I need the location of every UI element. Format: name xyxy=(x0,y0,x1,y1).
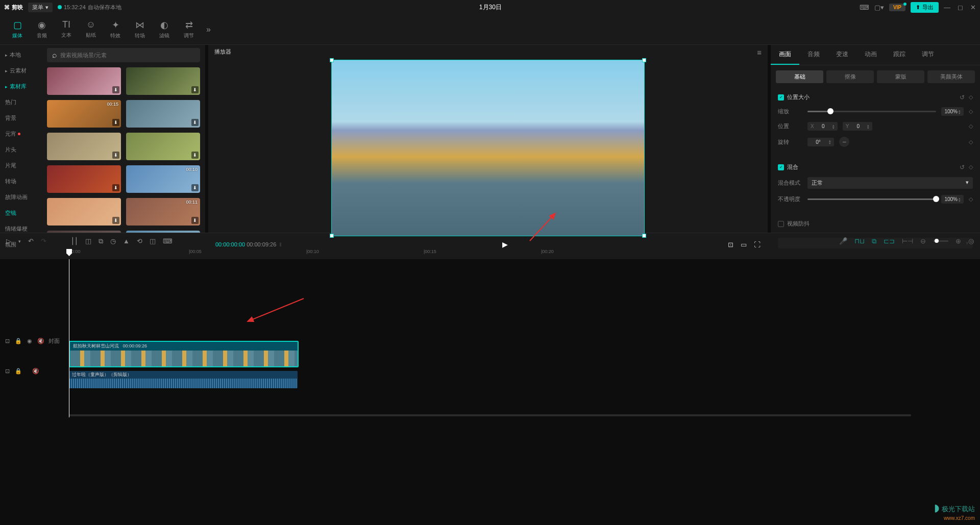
prop-subtab-美颜美体[interactable]: 美颜美体 xyxy=(927,70,975,83)
category-素材库[interactable]: 素材库 xyxy=(0,79,42,94)
download-icon[interactable]: ⬇ xyxy=(112,152,119,159)
timeline-ruler[interactable]: 00:00 |00:05 |00:10 |00:15 |00:20 xyxy=(0,249,980,259)
media-thumbnail[interactable]: ⬇ xyxy=(47,198,121,226)
mute-icon[interactable]: 🔇 xyxy=(32,368,39,374)
track-settings-icon[interactable]: ⊡ xyxy=(5,338,10,344)
media-thumbnail[interactable]: ⬇ xyxy=(47,67,121,95)
export-button[interactable]: ⬆ 导出 xyxy=(911,2,939,13)
category-背景[interactable]: 背景 xyxy=(0,110,42,126)
maximize-icon[interactable]: ◻ xyxy=(958,4,963,11)
focus-icon[interactable]: ⊡ xyxy=(728,241,733,248)
menu-button[interactable]: 菜单 ▾ xyxy=(28,3,53,12)
prop-tab-画面[interactable]: 画面 xyxy=(771,45,799,65)
reset-icon[interactable]: ↺ xyxy=(960,164,965,171)
close-icon[interactable]: ✕ xyxy=(970,4,976,11)
lock-icon[interactable]: 🔒 xyxy=(15,368,22,374)
toolbar-滤镜[interactable]: ◐滤镜 xyxy=(152,16,177,42)
prop-subtab-抠像[interactable]: 抠像 xyxy=(826,70,874,83)
timeline-scrollbar[interactable] xyxy=(0,413,980,417)
position-y-input[interactable]: Y 0 ▴▾ xyxy=(843,122,873,131)
category-空镜[interactable]: 空镜 xyxy=(0,205,42,221)
category-片尾[interactable]: 片尾 xyxy=(0,158,42,173)
handle-br[interactable] xyxy=(642,234,646,238)
media-thumbnail[interactable]: 00:11⬇ xyxy=(126,198,200,226)
split-icon[interactable]: ⎮⎮ xyxy=(71,237,78,245)
toolbar-贴纸[interactable]: ☺贴纸 xyxy=(79,16,103,42)
cover-label[interactable]: 封面 xyxy=(48,337,69,345)
zoom-slider[interactable] xyxy=(933,240,948,242)
media-thumbnail[interactable]: ⬇ xyxy=(126,133,200,160)
playhead[interactable] xyxy=(69,259,69,417)
handle-tr[interactable] xyxy=(642,58,646,62)
more-tools-icon[interactable]: » xyxy=(201,25,216,34)
toolbar-媒体[interactable]: ▢媒体 xyxy=(5,16,30,42)
media-thumbnail[interactable]: ⬇ xyxy=(47,165,121,193)
layout-icon[interactable]: ▢▾ xyxy=(874,4,884,11)
preview-canvas[interactable] xyxy=(208,60,768,236)
toolbar-调节[interactable]: ⇄调节 xyxy=(177,16,201,42)
toolbar-转场[interactable]: ⋈转场 xyxy=(128,16,152,42)
media-thumbnail[interactable]: ⬇ xyxy=(47,133,121,160)
blend-mode-select[interactable]: 正常 ▾ xyxy=(807,177,973,189)
keyframe-icon[interactable]: ◇ xyxy=(969,164,973,171)
prop-tab-音频[interactable]: 音频 xyxy=(799,45,828,65)
download-icon[interactable]: ⬇ xyxy=(191,119,199,126)
vip-badge[interactable]: VIP xyxy=(889,4,905,11)
handle-bl[interactable] xyxy=(330,234,334,238)
snapshot-icon[interactable]: ⌨ xyxy=(163,237,173,245)
prop-subtab-蒙版[interactable]: 蒙版 xyxy=(877,70,924,83)
category-热门[interactable]: 热门 xyxy=(0,94,42,110)
download-icon[interactable]: ⬇ xyxy=(112,184,119,191)
mute-icon[interactable]: 🔇 xyxy=(37,338,44,344)
track-settings-icon[interactable]: ⊡ xyxy=(5,368,10,374)
category-云素材[interactable]: 云素材 xyxy=(0,63,42,79)
prop-tab-动画[interactable]: 动画 xyxy=(856,45,885,65)
rotation-keyframe[interactable]: ◇ xyxy=(969,139,973,145)
position-keyframe[interactable]: ◇ xyxy=(969,123,973,130)
delete-right-icon[interactable]: ⧉ xyxy=(99,237,103,245)
preview-frame[interactable] xyxy=(331,60,645,236)
scale-slider[interactable] xyxy=(807,111,936,112)
opacity-keyframe[interactable]: ◇ xyxy=(969,196,973,203)
ratio-icon[interactable]: ▭ xyxy=(741,241,747,248)
prop-tab-变速[interactable]: 变速 xyxy=(828,45,856,65)
category-片头[interactable]: 片头 xyxy=(0,142,42,158)
prop-subtab-基础[interactable]: 基础 xyxy=(776,70,823,83)
rotation-input[interactable]: 0° ▴▾ xyxy=(807,138,834,146)
media-thumbnail[interactable]: 00:10⬇ xyxy=(126,165,200,193)
select-dropdown-icon[interactable]: ▾ xyxy=(18,239,21,244)
crop-icon[interactable]: ◫ xyxy=(150,237,156,245)
audio-clip[interactable]: 过年啦（童声版）（剪辑版） xyxy=(69,371,298,388)
select-tool-icon[interactable]: ▷ xyxy=(6,237,11,245)
download-icon[interactable]: ⬇ xyxy=(191,152,199,159)
toolbar-文本[interactable]: TI文本 xyxy=(54,16,79,42)
download-icon[interactable]: ⬇ xyxy=(191,86,199,93)
search-box[interactable]: ⌕ xyxy=(47,48,200,62)
keyframe-icon[interactable]: ◇ xyxy=(969,94,973,101)
category-本地[interactable]: 本地 xyxy=(0,47,42,63)
stabilize-row[interactable]: 视频防抖 xyxy=(778,220,973,228)
category-元宵[interactable]: 元宵 xyxy=(0,126,42,142)
preview-menu-icon[interactable]: ≡ xyxy=(757,48,762,57)
opacity-slider[interactable] xyxy=(807,198,936,200)
checkbox-icon[interactable] xyxy=(778,221,784,227)
delete-left-icon[interactable]: ◫ xyxy=(85,237,91,245)
handle-tl[interactable] xyxy=(330,58,334,62)
download-icon[interactable]: ⬇ xyxy=(191,217,199,224)
keyboard-icon[interactable]: ⌨ xyxy=(860,4,869,11)
media-thumbnail[interactable]: ⬇ xyxy=(126,100,200,128)
redo-icon[interactable]: ↷ xyxy=(41,237,46,245)
category-转场[interactable]: 转场 xyxy=(0,173,42,189)
rotate-icon[interactable]: ⟲ xyxy=(137,237,142,245)
media-thumbnail[interactable]: ⬇ xyxy=(126,231,200,233)
fullscreen-icon[interactable]: ⛶ xyxy=(754,241,761,248)
check-icon[interactable]: ✓ xyxy=(778,94,784,101)
video-clip[interactable]: 航拍秋天树林雪山河流 00:00:09:26 xyxy=(69,341,299,367)
scale-value[interactable]: 100%▴▾ xyxy=(941,107,964,116)
download-icon[interactable]: ⬇ xyxy=(112,217,119,224)
minimize-icon[interactable]: — xyxy=(944,4,950,11)
media-thumbnail[interactable]: ⬇ xyxy=(47,231,121,233)
category-情绪爆梗[interactable]: 情绪爆梗 xyxy=(0,221,42,237)
media-thumbnail[interactable]: ⬇ xyxy=(126,67,200,95)
play-button[interactable]: ▶ xyxy=(282,240,728,248)
